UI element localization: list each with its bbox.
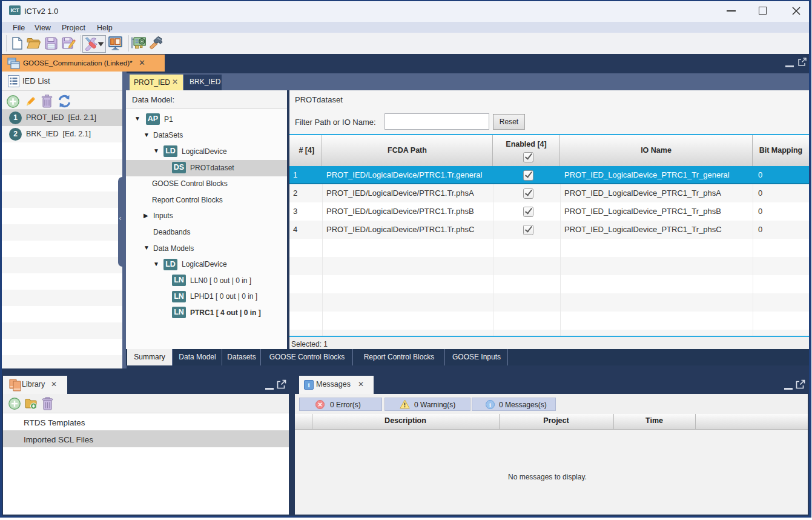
svg-text:i: i bbox=[489, 402, 491, 408]
svg-text:i: i bbox=[308, 381, 309, 388]
